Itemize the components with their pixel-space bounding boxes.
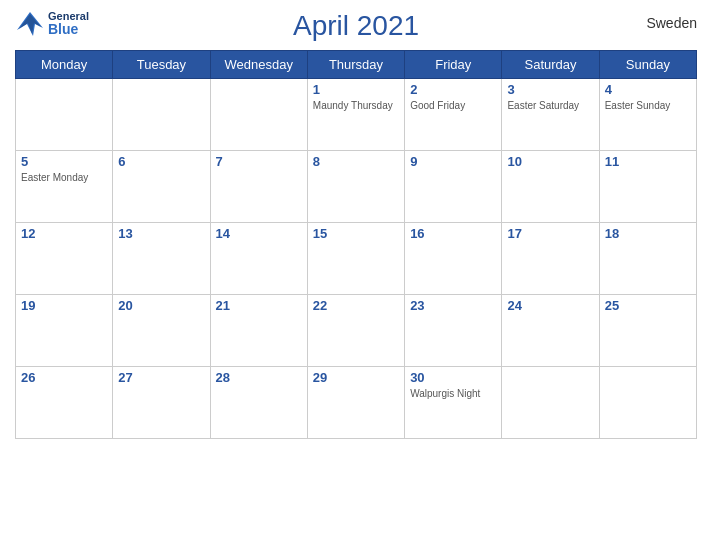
calendar-cell: 22	[307, 295, 404, 367]
calendar-cell: 19	[16, 295, 113, 367]
day-number: 14	[216, 226, 302, 241]
week-row-5: 2627282930Walpurgis Night	[16, 367, 697, 439]
logo-text: General Blue	[48, 10, 89, 37]
calendar-cell: 12	[16, 223, 113, 295]
week-row-1: 1Maundy Thursday2Good Friday3Easter Satu…	[16, 79, 697, 151]
day-number: 21	[216, 298, 302, 313]
day-number: 23	[410, 298, 496, 313]
day-number: 18	[605, 226, 691, 241]
day-number: 7	[216, 154, 302, 169]
day-number: 12	[21, 226, 107, 241]
calendar-cell: 5Easter Monday	[16, 151, 113, 223]
day-number: 20	[118, 298, 204, 313]
calendar-cell: 6	[113, 151, 210, 223]
day-number: 25	[605, 298, 691, 313]
calendar-cell: 7	[210, 151, 307, 223]
calendar-cell	[502, 367, 599, 439]
calendar-cell: 10	[502, 151, 599, 223]
day-number: 9	[410, 154, 496, 169]
day-number: 6	[118, 154, 204, 169]
calendar-cell: 17	[502, 223, 599, 295]
day-number: 19	[21, 298, 107, 313]
calendar-cell: 20	[113, 295, 210, 367]
day-number: 17	[507, 226, 593, 241]
day-number: 8	[313, 154, 399, 169]
calendar-cell: 30Walpurgis Night	[405, 367, 502, 439]
calendar-cell: 23	[405, 295, 502, 367]
day-number: 26	[21, 370, 107, 385]
calendar-cell	[210, 79, 307, 151]
holiday-name: Easter Monday	[21, 171, 107, 184]
holiday-name: Walpurgis Night	[410, 387, 496, 400]
day-number: 3	[507, 82, 593, 97]
holiday-name: Easter Sunday	[605, 99, 691, 112]
day-number: 27	[118, 370, 204, 385]
calendar-cell	[113, 79, 210, 151]
day-number: 13	[118, 226, 204, 241]
header-thursday: Thursday	[307, 51, 404, 79]
day-number: 29	[313, 370, 399, 385]
calendar-cell: 15	[307, 223, 404, 295]
calendar-cell: 1Maundy Thursday	[307, 79, 404, 151]
calendar-header: General Blue April 2021 Sweden	[15, 10, 697, 42]
day-number: 10	[507, 154, 593, 169]
header-wednesday: Wednesday	[210, 51, 307, 79]
holiday-name: Easter Saturday	[507, 99, 593, 112]
day-number: 22	[313, 298, 399, 313]
day-number: 11	[605, 154, 691, 169]
logo-icon	[15, 10, 45, 38]
week-row-3: 12131415161718	[16, 223, 697, 295]
header-tuesday: Tuesday	[113, 51, 210, 79]
day-number: 16	[410, 226, 496, 241]
day-number: 2	[410, 82, 496, 97]
holiday-name: Maundy Thursday	[313, 99, 399, 112]
calendar-cell: 16	[405, 223, 502, 295]
header-friday: Friday	[405, 51, 502, 79]
holiday-name: Good Friday	[410, 99, 496, 112]
day-number: 28	[216, 370, 302, 385]
calendar-table: MondayTuesdayWednesdayThursdayFridaySatu…	[15, 50, 697, 439]
calendar-cell: 26	[16, 367, 113, 439]
calendar-cell: 3Easter Saturday	[502, 79, 599, 151]
calendar-cell: 27	[113, 367, 210, 439]
day-number: 24	[507, 298, 593, 313]
day-number: 4	[605, 82, 691, 97]
day-number: 1	[313, 82, 399, 97]
header-sunday: Sunday	[599, 51, 696, 79]
calendar-cell: 4Easter Sunday	[599, 79, 696, 151]
week-row-2: 5Easter Monday67891011	[16, 151, 697, 223]
calendar-cell: 21	[210, 295, 307, 367]
calendar-cell: 29	[307, 367, 404, 439]
logo-blue: Blue	[48, 22, 89, 37]
day-number: 5	[21, 154, 107, 169]
country-label: Sweden	[646, 15, 697, 31]
calendar-cell	[599, 367, 696, 439]
week-row-4: 19202122232425	[16, 295, 697, 367]
calendar-cell: 2Good Friday	[405, 79, 502, 151]
calendar-cell: 28	[210, 367, 307, 439]
header-row: MondayTuesdayWednesdayThursdayFridaySatu…	[16, 51, 697, 79]
header-monday: Monday	[16, 51, 113, 79]
day-number: 30	[410, 370, 496, 385]
calendar-cell: 18	[599, 223, 696, 295]
calendar-cell	[16, 79, 113, 151]
logo: General Blue	[15, 10, 89, 38]
calendar-cell: 14	[210, 223, 307, 295]
calendar-cell: 8	[307, 151, 404, 223]
day-number: 15	[313, 226, 399, 241]
calendar-container: General Blue April 2021 Sweden MondayTue…	[0, 0, 712, 550]
calendar-cell: 11	[599, 151, 696, 223]
calendar-cell: 25	[599, 295, 696, 367]
calendar-cell: 13	[113, 223, 210, 295]
calendar-cell: 24	[502, 295, 599, 367]
header-saturday: Saturday	[502, 51, 599, 79]
calendar-cell: 9	[405, 151, 502, 223]
calendar-title: April 2021	[293, 10, 419, 42]
